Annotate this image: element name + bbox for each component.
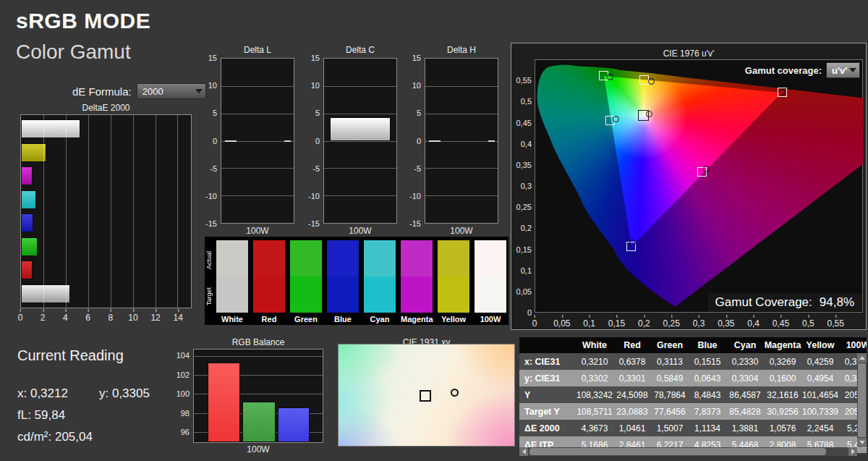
x-tick-label: 2 (41, 313, 46, 323)
value-cell: 30,9256 (764, 407, 801, 417)
delta-h-x-label: 100W (425, 226, 498, 236)
y-tick-label: 10 (311, 81, 320, 90)
table-row[interactable]: Y108,324224,509878,78648,484386,458732,1… (519, 386, 867, 403)
x-tick-label: 0,4 (747, 318, 760, 329)
swatch-target (216, 276, 248, 313)
vertical-scrollbar[interactable] (857, 353, 867, 447)
bar-magenta (21, 166, 33, 185)
y-tick-label: 5 (213, 109, 217, 117)
scroll-right-button[interactable] (848, 447, 857, 456)
value-cell: 0,4259 (801, 357, 839, 367)
swatch-target (290, 276, 322, 313)
magenta-measured-marker (703, 166, 710, 172)
swatch-label: Magenta (401, 315, 433, 323)
zero-value-mark (488, 140, 495, 142)
x-tick-label: 0,55 (827, 318, 843, 329)
delta-c-y-axis: 151050-5-10-15 (307, 58, 321, 224)
delta-c-plot (323, 58, 397, 224)
deltae-bars (21, 115, 191, 308)
gridline (324, 141, 396, 142)
y-tick-label: 0 (213, 137, 217, 145)
gamut-coverage-badge: Gamut Coverage: 94,8% (708, 293, 861, 311)
coverage-badge-value: 94,8% (820, 295, 854, 310)
y-tick-label: -10 (308, 192, 320, 200)
bar-cyan (21, 190, 36, 209)
value-cell: 0,0643 (689, 373, 726, 384)
rgb-balance-plot (193, 349, 323, 443)
gamut-coverage-select[interactable]: u'v' (826, 62, 860, 78)
bar-yellow (21, 143, 46, 162)
y-tick-label: 10 (412, 81, 421, 90)
rgb-balance-title: RGB Balance (193, 337, 323, 347)
reading-y: y: 0,3305 (99, 386, 150, 401)
bar-red (208, 363, 240, 442)
row-label: Target Y (519, 407, 576, 417)
reading-x: x: 0,3212 (17, 386, 68, 401)
y-tick-label: 0,15 (516, 245, 532, 254)
gridline (425, 86, 498, 87)
horizontal-scroll-thumb[interactable] (529, 448, 826, 455)
de-formula-value: 2000 (142, 86, 163, 97)
x-tick-label: 8 (108, 313, 113, 323)
bar-green (21, 237, 38, 256)
swatch-target (364, 276, 396, 313)
value-cell: 0,1515 (689, 357, 726, 367)
swatch-target (438, 276, 469, 313)
gridline (156, 115, 156, 308)
gridline (177, 115, 178, 308)
y-tick-label: -15 (308, 219, 320, 228)
y-tick-label: -5 (414, 164, 421, 173)
value-cell: 86,4587 (726, 390, 764, 400)
swatch-target (401, 276, 433, 313)
x-tick-label: 12 (150, 313, 160, 323)
swatch-label: White (216, 315, 248, 323)
scroll-down-button[interactable] (857, 438, 867, 447)
scroll-up-button[interactable] (857, 353, 867, 363)
scroll-left-button[interactable] (519, 447, 528, 456)
y-tick-label: -5 (210, 164, 217, 173)
horizontal-scrollbar[interactable] (519, 447, 857, 456)
value-cell: 1,5007 (651, 423, 689, 433)
chevron-down-icon (849, 68, 856, 72)
de-formula-select[interactable]: 2000 (137, 83, 206, 99)
cie1976-panel: CIE 1976 u'v' 0,550,50,450,40,350,30,250… (511, 43, 867, 330)
gridline (221, 195, 294, 196)
table-row[interactable]: x: CIE310,32100,63780,31130,15150,23300,… (519, 353, 867, 370)
chevron-down-icon (195, 89, 203, 93)
reading-cd: cd/m²: 205,04 (17, 430, 93, 444)
table-row[interactable]: Target Y108,571123,088377,64567,837385,4… (519, 403, 867, 420)
value-cell: 1,1134 (689, 423, 726, 433)
swatch-yellow: Yellow (438, 240, 469, 323)
target-row-label: Target (205, 279, 214, 313)
yellow-measured-marker (648, 78, 655, 85)
row-label: Y (519, 390, 576, 400)
y-tick-label: 0,2 (521, 224, 532, 232)
x-tick-label: 6 (85, 313, 90, 323)
y-tick-label: 0,4 (521, 140, 532, 148)
table-row[interactable]: ΔE 20004,36731,04611,50071,11341,38811,0… (519, 420, 867, 436)
swatch-label: 100W (475, 315, 506, 323)
value-cell: 108,3242 (576, 390, 613, 400)
y-tick-label: 0 (417, 137, 421, 145)
vertical-scroll-thumb[interactable] (858, 363, 866, 437)
x-tick-label: 0,1 (583, 318, 595, 329)
delta-l-title: Delta L (221, 45, 294, 55)
gridline (324, 195, 396, 196)
cie1976-plot: Gamut coverage: u'v' Gamut Coverage: 94,… (535, 59, 863, 313)
header-cell: Red (613, 340, 651, 350)
y-tick-label: 10 (208, 81, 217, 90)
gridline (194, 356, 323, 357)
swatch-target (253, 276, 285, 313)
gamut-coverage-label: Gamut coverage: (745, 65, 822, 76)
value-cell: 0,3210 (576, 357, 613, 367)
y-tick-label: 15 (311, 54, 320, 62)
swatch-label: Red (253, 315, 285, 323)
swatch-red: Red (253, 240, 285, 323)
value-cell: 32,1616 (764, 390, 801, 400)
blue-measured-marker (629, 240, 636, 246)
swatch-actual (364, 240, 396, 276)
cie1931-plot (338, 344, 515, 447)
table-row[interactable]: y: CIE310,33020,33010,58490,06430,33040,… (519, 370, 867, 386)
value-cell: 0,3301 (613, 373, 651, 384)
y-tick-label: -10 (205, 192, 217, 200)
